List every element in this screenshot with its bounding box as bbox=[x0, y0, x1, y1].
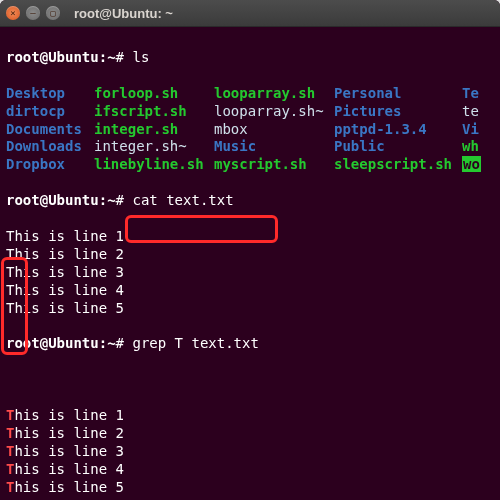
output-line: This is line 5 bbox=[6, 479, 494, 497]
ls-entry: wo bbox=[462, 156, 492, 174]
ls-entry: integer.sh~ bbox=[94, 138, 214, 156]
ls-entry: wh bbox=[462, 138, 492, 156]
ls-entry: Public bbox=[334, 138, 462, 156]
window-buttons: × – ▢ bbox=[6, 6, 60, 20]
ls-entry: Documents bbox=[6, 121, 94, 139]
prompt-line: root@Ubuntu:~# cat text.txt bbox=[6, 192, 494, 210]
output-line: This is line 3 bbox=[6, 443, 494, 461]
prompt-line: root@Ubuntu:~# ls bbox=[6, 49, 494, 67]
ls-entry: Te bbox=[462, 85, 492, 103]
grep-match: T bbox=[6, 479, 14, 495]
terminal-window: × – ▢ root@Ubuntu: ~ root@Ubuntu:~# ls D… bbox=[0, 0, 500, 500]
ls-entry: ifscript.sh bbox=[94, 103, 214, 121]
ls-entry: integer.sh bbox=[94, 121, 214, 139]
ls-entry: sleepscript.sh bbox=[334, 156, 462, 174]
prompt-line: root@Ubuntu:~# grep T text.txt bbox=[6, 335, 494, 353]
ls-entry: linebyline.sh bbox=[94, 156, 214, 174]
ls-entry: forloop.sh bbox=[94, 85, 214, 103]
ls-entry: looparray.sh~ bbox=[214, 103, 334, 121]
output-line: This is line 1 bbox=[6, 407, 494, 425]
ls-entry: Desktop bbox=[6, 85, 94, 103]
terminal-body[interactable]: root@Ubuntu:~# ls Desktopforloop.shloopa… bbox=[0, 27, 500, 500]
ls-entry: pptpd-1.3.4 bbox=[334, 121, 462, 139]
grep-match: T bbox=[6, 407, 14, 423]
minimize-icon[interactable]: – bbox=[26, 6, 40, 20]
ls-entry: Pictures bbox=[334, 103, 462, 121]
ls-entry: Vi bbox=[462, 121, 492, 139]
ls-entry: looparray.sh bbox=[214, 85, 334, 103]
output-line: This is line 4 bbox=[6, 461, 494, 479]
ls-entry: Dropbox bbox=[6, 156, 94, 174]
ls-entry: te bbox=[462, 103, 492, 121]
titlebar[interactable]: × – ▢ root@Ubuntu: ~ bbox=[0, 0, 500, 27]
ls-entry: Downloads bbox=[6, 138, 94, 156]
output-line: This is line 5 bbox=[6, 300, 494, 318]
window-title: root@Ubuntu: ~ bbox=[74, 6, 173, 21]
ls-entry: dirtocp bbox=[6, 103, 94, 121]
ls-output: Desktopforloop.shlooparray.shPersonalTed… bbox=[6, 85, 494, 175]
cmd-grep: grep T text.txt bbox=[132, 335, 258, 351]
prompt-user: root@Ubuntu bbox=[6, 49, 99, 65]
cat-output: This is line 1This is line 2This is line… bbox=[6, 228, 494, 318]
output-line: This is line 2 bbox=[6, 425, 494, 443]
ls-entry: mbox bbox=[214, 121, 334, 139]
ls-entry: Music bbox=[214, 138, 334, 156]
maximize-icon[interactable]: ▢ bbox=[46, 6, 60, 20]
grep-match: T bbox=[6, 425, 14, 441]
output-line: This is line 4 bbox=[6, 282, 494, 300]
grep-output: This is line 1This is line 2This is line… bbox=[6, 407, 494, 497]
grep-match: T bbox=[6, 443, 14, 459]
close-icon[interactable]: × bbox=[6, 6, 20, 20]
output-line: This is line 1 bbox=[6, 228, 494, 246]
output-line: This is line 3 bbox=[6, 264, 494, 282]
grep-match: T bbox=[6, 461, 14, 477]
output-line: This is line 2 bbox=[6, 246, 494, 264]
blank-line bbox=[6, 371, 494, 389]
cmd-ls: ls bbox=[132, 49, 149, 65]
cmd-cat: cat text.txt bbox=[132, 192, 233, 208]
ls-entry: myscript.sh bbox=[214, 156, 334, 174]
ls-entry: Personal bbox=[334, 85, 462, 103]
